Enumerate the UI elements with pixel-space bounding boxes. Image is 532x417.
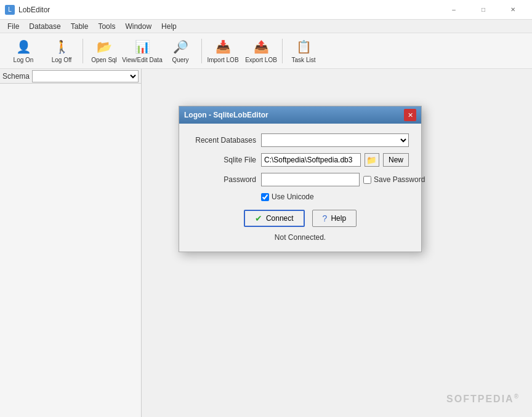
menu-file[interactable]: File — [2, 21, 24, 32]
dialog-title: Logon - SqliteLobEditor — [184, 111, 268, 119]
password-input[interactable] — [261, 173, 360, 186]
connect-label: Connect — [266, 214, 294, 223]
app-title: LobEditor — [18, 6, 50, 14]
toolbar: 👤 Log On 🚶 Log Off 📂 Open Sql 📊 View/Edi… — [0, 33, 532, 69]
help-button[interactable]: ? Help — [312, 210, 357, 227]
toolbar-logon-label: Log On — [14, 57, 34, 63]
toolbar-importlob-label: Import LOB — [207, 57, 238, 63]
minimize-button[interactable]: – — [440, 0, 468, 20]
maximize-button[interactable]: □ — [469, 0, 498, 20]
password-row: Password Save Password — [191, 173, 409, 186]
toolbar-logon[interactable]: 👤 Log On — [5, 36, 42, 66]
use-unicode-checkbox[interactable] — [261, 193, 269, 201]
sqlite-file-row: Sqlite File 📁 New — [191, 153, 409, 167]
importlob-icon: 📥 — [214, 38, 232, 55]
connect-button[interactable]: ✔ Connect — [244, 210, 305, 227]
menu-database[interactable]: Database — [24, 21, 65, 32]
logoff-icon: 🚶 — [53, 38, 70, 55]
unicode-row: Use Unicode — [191, 193, 409, 201]
title-bar-left: L LobEditor — [5, 5, 50, 15]
toolbar-viewedit[interactable]: 📊 View/Edit Data — [124, 36, 161, 66]
action-row: ✔ Connect ? Help — [191, 210, 409, 227]
watermark: SOFTPEDIA® — [446, 393, 520, 405]
menu-table[interactable]: Table — [66, 21, 94, 32]
browse-button[interactable]: 📁 — [365, 153, 379, 167]
toolbar-importlob[interactable]: 📥 Import LOB — [204, 36, 241, 66]
close-button[interactable]: ✕ — [499, 0, 527, 20]
save-password-text: Save Password — [374, 175, 425, 184]
recent-databases-select[interactable] — [261, 133, 409, 147]
toolbar-sep-2 — [201, 39, 202, 63]
dialog-body: Recent Databases Sqlite File — [179, 124, 421, 252]
dialog-close-button[interactable]: ✕ — [404, 109, 416, 121]
toolbar-exportlob-label: Export LOB — [245, 57, 277, 63]
connect-check-icon: ✔ — [255, 213, 262, 223]
use-unicode-text: Use Unicode — [272, 193, 314, 201]
menu-tools[interactable]: Tools — [93, 21, 120, 32]
password-label: Password — [191, 175, 256, 184]
sqlite-file-control: 📁 New — [261, 153, 409, 167]
toolbar-logoff[interactable]: 🚶 Log Off — [43, 36, 80, 66]
menu-bar: File Database Table Tools Window Help — [0, 20, 532, 33]
sqlite-file-input[interactable] — [261, 153, 361, 167]
schema-bar: Schema — [0, 69, 141, 84]
toolbar-logoff-label: Log Off — [52, 57, 72, 63]
help-label: Help — [331, 214, 346, 223]
recent-databases-control — [261, 133, 409, 147]
title-bar: L LobEditor – □ ✕ — [0, 0, 532, 20]
viewedit-icon: 📊 — [134, 38, 151, 55]
password-control: Save Password — [261, 173, 425, 186]
dialog-title-bar: Logon - SqliteLobEditor ✕ — [179, 106, 421, 124]
toolbar-query-label: Query — [172, 57, 188, 63]
app-icon: L — [5, 5, 15, 15]
toolbar-exportlob[interactable]: 📤 Export LOB — [243, 36, 280, 66]
toolbar-sep-3 — [282, 39, 283, 63]
exportlob-icon: 📤 — [252, 38, 270, 55]
toolbar-tasklist[interactable]: 📋 Task List — [285, 36, 322, 66]
toolbar-sep-1 — [83, 39, 83, 63]
toolbar-query[interactable]: 🔎 Query — [162, 36, 199, 66]
title-controls: – □ ✕ — [440, 0, 527, 20]
dialog-overlay: Logon - SqliteLobEditor ✕ Recent Databas… — [142, 69, 532, 417]
menu-window[interactable]: Window — [120, 21, 156, 32]
tasklist-icon: 📋 — [295, 38, 312, 55]
schema-label: Schema — [2, 72, 30, 81]
toolbar-opensql[interactable]: 📂 Open Sql — [86, 36, 123, 66]
save-password-checkbox[interactable] — [363, 176, 371, 184]
menu-help[interactable]: Help — [156, 21, 182, 32]
save-password-label: Save Password — [363, 175, 425, 184]
sqlite-file-label: Sqlite File — [191, 156, 256, 164]
toolbar-viewedit-label: View/Edit Data — [122, 57, 162, 63]
logon-icon: 👤 — [15, 38, 32, 55]
new-button[interactable]: New — [383, 153, 409, 167]
schema-select[interactable] — [32, 70, 139, 82]
recent-databases-label: Recent Databases — [191, 136, 256, 145]
toolbar-opensql-label: Open Sql — [91, 57, 117, 63]
logon-dialog: Logon - SqliteLobEditor ✕ Recent Databas… — [179, 106, 422, 252]
use-unicode-label: Use Unicode — [261, 193, 314, 201]
left-panel: Schema — [0, 69, 142, 417]
opensql-icon: 📂 — [95, 38, 113, 55]
query-icon: 🔎 — [172, 38, 189, 55]
main-area: Schema Logon - SqliteLobEditor ✕ Recent … — [0, 69, 532, 417]
browse-icon: 📁 — [366, 156, 377, 165]
help-question-icon: ? — [323, 213, 328, 223]
recent-databases-row: Recent Databases — [191, 133, 409, 147]
status-text: Not Connected. — [191, 233, 409, 242]
toolbar-tasklist-label: Task List — [292, 57, 316, 63]
right-content: Logon - SqliteLobEditor ✕ Recent Databas… — [142, 69, 532, 417]
